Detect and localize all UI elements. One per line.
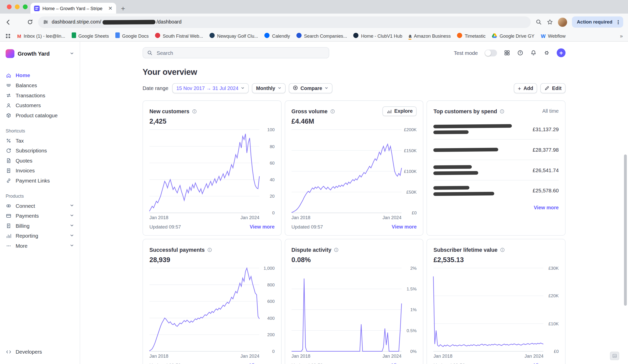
sidebar-item-transactions[interactable]: Transactions — [0, 90, 80, 101]
bookmark-item[interactable]: Google Docs — [115, 32, 149, 39]
edit-button[interactable]: Edit — [540, 83, 566, 93]
redaction-scribble — [433, 124, 512, 128]
sidebar-item-billing[interactable]: Billing — [0, 221, 80, 231]
sidebar-item-invoices[interactable]: Invoices — [0, 166, 80, 176]
minimize-window-button[interactable] — [15, 4, 20, 9]
sidebar-shortcuts-nav: TaxSubscriptionsQuotesInvoicesPayment Li… — [0, 136, 80, 186]
back-icon[interactable] — [5, 19, 12, 26]
info-icon[interactable] — [330, 109, 335, 114]
search-field[interactable] — [156, 49, 325, 56]
bookmark-item[interactable]: Google Sheets — [72, 32, 109, 39]
info-icon[interactable] — [500, 247, 505, 252]
reload-icon[interactable] — [27, 19, 33, 25]
sidebar-item-home[interactable]: Home — [0, 71, 80, 81]
info-icon[interactable] — [207, 247, 212, 252]
info-icon[interactable] — [499, 109, 505, 114]
view-more-link[interactable]: View more — [250, 362, 275, 364]
sidebar-item-developers[interactable]: Developers — [0, 347, 80, 357]
sidebar-item-balances[interactable]: Balances — [0, 80, 80, 90]
bookmark-item[interactable]: Google Drive GY — [492, 32, 534, 39]
customer-row[interactable]: £31,137.29 — [433, 119, 559, 140]
date-range-filter[interactable]: 15 Nov 2017 → 31 Jul 2024 — [172, 83, 249, 93]
view-more-link[interactable]: View more — [534, 205, 559, 210]
nav-item-label: Connect — [16, 203, 66, 209]
search-input[interactable] — [143, 47, 329, 58]
bookmark-star-icon[interactable] — [547, 19, 553, 25]
account-switcher[interactable]: Growth Yard — [0, 48, 80, 59]
apps-grid-icon[interactable] — [5, 33, 11, 39]
bookmark-item[interactable]: Calendly — [264, 32, 290, 39]
create-button[interactable]: + — [557, 49, 566, 57]
sidebar-item-payment-links[interactable]: Payment Links — [0, 176, 80, 186]
interval-filter[interactable]: Monthly — [252, 83, 286, 93]
browser-toolbar: dashboard.stripe.com//dashboard Action r… — [0, 14, 628, 30]
dot-blue2-favicon-icon — [296, 32, 302, 39]
info-icon[interactable] — [192, 109, 197, 114]
y-tick-label: 0 — [272, 211, 275, 215]
view-more-link[interactable]: View more — [392, 224, 417, 230]
sidebar-item-reporting[interactable]: Reporting — [0, 231, 80, 241]
sidebar-item-subscriptions[interactable]: Subscriptions — [0, 146, 80, 156]
bookmark-item[interactable]: WWebflow — [541, 32, 566, 39]
reporting-icon — [6, 233, 12, 239]
sidebar-item-connect[interactable]: Connect — [0, 201, 80, 211]
close-window-button[interactable] — [7, 4, 12, 9]
sidebar-item-payments[interactable]: Payments — [0, 211, 80, 221]
dot-dark-favicon-icon — [353, 32, 359, 39]
tab-close-icon[interactable]: ✕ — [108, 6, 113, 11]
bookmarks-overflow-icon[interactable]: » — [620, 33, 623, 39]
view-more-link[interactable]: View more — [250, 224, 275, 230]
new-tab-button[interactable]: + — [121, 5, 125, 12]
bookmark-item[interactable]: South Fistral Web... — [155, 32, 203, 39]
bookmark-item[interactable]: Newquay Golf Clu... — [210, 32, 258, 39]
customer-row[interactable]: £26,541.74 — [433, 160, 559, 180]
site-info-icon[interactable] — [43, 19, 48, 25]
sidebar-item-more[interactable]: More — [0, 241, 80, 251]
browser-profile-avatar[interactable] — [558, 17, 567, 27]
customer-row[interactable]: £28,377.98 — [433, 140, 559, 160]
help-icon[interactable]: ? — [517, 50, 524, 56]
dot-blue-favicon-icon — [264, 32, 270, 39]
customer-row[interactable]: £25,578.60 — [433, 180, 559, 201]
gmail-favicon-icon: M — [17, 32, 21, 39]
zoom-icon[interactable] — [536, 19, 542, 25]
browser-menu-icon[interactable]: ⋮ — [616, 19, 621, 25]
nav-item-label: Reporting — [16, 233, 66, 239]
fullscreen-window-button[interactable] — [23, 4, 28, 9]
sidebar-item-quotes[interactable]: Quotes — [0, 156, 80, 166]
amazon-favicon-icon: a — [409, 32, 411, 40]
explore-button[interactable]: Explore — [383, 106, 416, 116]
bookmark-item[interactable]: aAmazon Business — [409, 32, 451, 40]
add-button[interactable]: + Add — [514, 83, 537, 93]
browser-tab[interactable]: Home – Growth Yard – Stripe ✕ — [30, 3, 116, 14]
y-tick-label: £20K — [548, 293, 559, 298]
sidebar-item-product-catalogue[interactable]: Product catalogue — [0, 110, 80, 121]
page-scrollbar[interactable] — [624, 154, 627, 306]
bookmark-item[interactable]: Search Companies... — [296, 32, 347, 39]
test-mode-toggle[interactable] — [485, 49, 497, 56]
chat-widget-icon[interactable] — [610, 352, 619, 360]
apps-icon[interactable] — [504, 50, 510, 56]
sheets-favicon-icon — [72, 32, 76, 39]
info-icon[interactable] — [334, 247, 339, 252]
settings-gear-icon[interactable] — [543, 50, 550, 56]
action-required-button[interactable]: Action required ⋮ — [572, 16, 623, 28]
notifications-bell-icon[interactable] — [530, 50, 537, 56]
address-bar[interactable]: dashboard.stripe.com//dashboard — [38, 16, 531, 28]
y-tick-label: 200 — [267, 332, 275, 337]
nav-item-label: Subscriptions — [16, 148, 74, 154]
bookmark-item[interactable]: Timetastic — [457, 32, 486, 39]
sidebar-item-customers[interactable]: Customers — [0, 100, 80, 110]
view-more-link[interactable]: View more — [534, 362, 559, 364]
products-section-label: Products — [6, 194, 74, 198]
bookmark-item[interactable]: Home - ClubV1 Hub — [353, 32, 402, 39]
compare-filter[interactable]: Compare — [289, 83, 333, 93]
docs-favicon-icon — [115, 32, 120, 39]
updated-timestamp: Updated 09:59 — [291, 362, 323, 364]
bookmark-label: Home - ClubV1 Hub — [361, 33, 402, 38]
chevron-down-icon — [70, 223, 74, 229]
sidebar-item-tax[interactable]: Tax — [0, 136, 80, 146]
bookmark-item[interactable]: MInbox (1) - lee@lin... — [17, 32, 65, 39]
redaction-scribble — [433, 171, 478, 175]
view-more-link[interactable]: View more — [392, 362, 417, 364]
